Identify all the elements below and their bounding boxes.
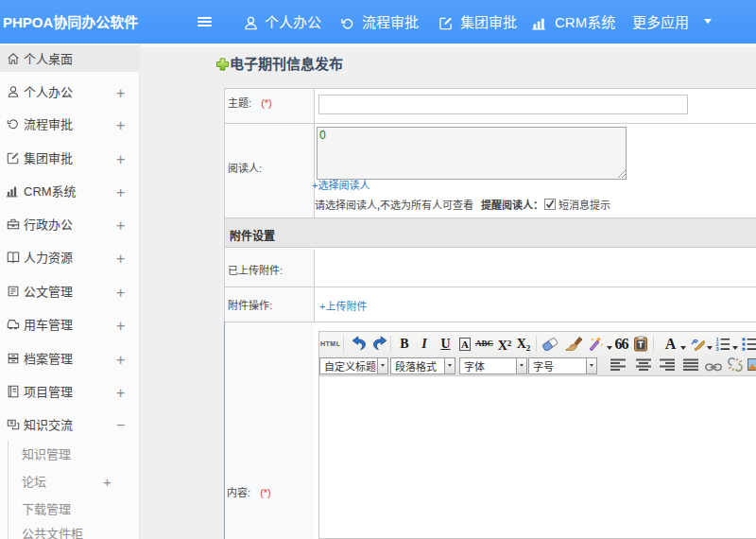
svg-text:3: 3 <box>715 346 718 351</box>
